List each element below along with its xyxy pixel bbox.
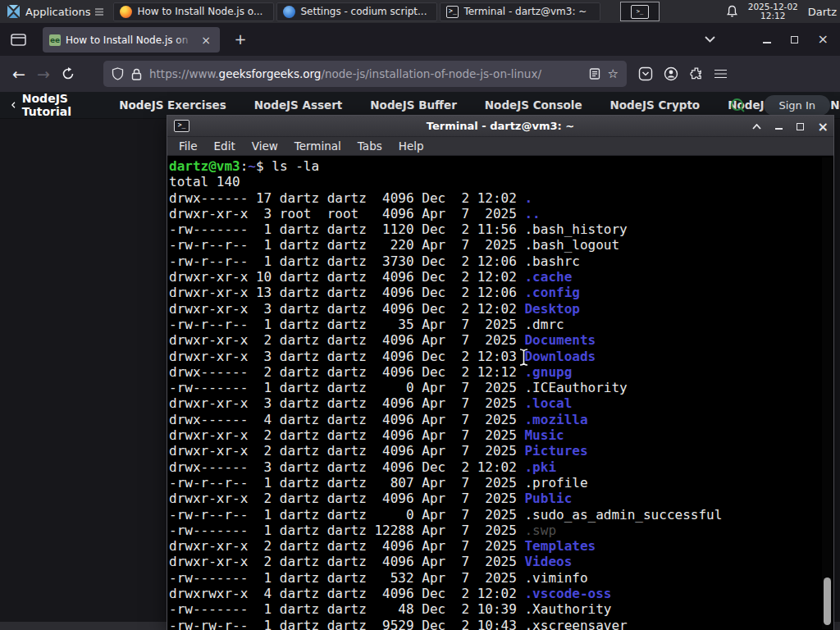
terminal-output-line: drwxr-xr-x 13 dartz dartz 4096 Dec 2 12:… [169,285,833,300]
file-name: .viminfo [524,570,587,586]
firefox-view-button[interactable] [8,30,28,48]
back-button[interactable]: ← [7,62,31,86]
file-name: Music [524,427,564,443]
terminal-prompt-line: dartz@vm3:~$ ls -la [169,158,833,174]
top-panel: Applications How to Install Node.js o...… [0,0,840,23]
terminal-output-line: -rw-r--r-- 1 dartz dartz 35 Apr 7 2025 .… [169,317,833,332]
applications-menu-button[interactable]: Applications [0,0,110,23]
file-name: Pictures [524,443,587,459]
terminal-output-line: drwxr-xr-x 2 dartz dartz 4096 Apr 7 2025… [169,443,833,459]
sign-in-button[interactable]: Sign In [764,95,830,116]
extensions-puzzle-icon[interactable] [689,66,704,81]
terminal-output-line: drwxr-xr-x 2 dartz dartz 4096 Apr 7 2025… [169,332,833,348]
distro-logo-icon [7,5,21,18]
terminal-menu-item[interactable]: File [171,139,206,153]
file-name: .profile [524,475,587,491]
notification-bell-icon[interactable] [726,5,738,18]
forward-button[interactable]: → [31,62,56,86]
sitenav-back-link[interactable]: NodeJS Tutorial [11,92,75,118]
terminal-menu-item[interactable]: Edit [206,139,244,153]
terminal-maximize-button[interactable] [797,123,804,130]
terminal-minimize-button[interactable] [775,123,783,130]
panel-clock[interactable]: 2025-12-02 12:12 [748,2,798,21]
maximize-button[interactable] [791,36,798,43]
terminal-close-button[interactable]: × [818,121,829,132]
terminal-titlebar[interactable]: >_ Terminal - dartz@vm3: ~ × [167,116,833,137]
terminal-output-line: drwxr-xr-x 3 dartz dartz 4096 Dec 2 12:0… [169,349,833,364]
bookmark-star-icon[interactable]: ☆ [608,66,619,81]
app-menu-icon[interactable] [714,70,727,79]
file-name: .bashrc [524,253,579,269]
taskbar-window-label: How to Install Node.js o... [137,6,262,17]
reader-view-icon[interactable] [589,68,600,80]
window-controls: × [763,34,829,45]
sitenav-item[interactable]: NodeJS Console [485,98,582,112]
workspace-switcher[interactable]: >_ [620,2,660,21]
pocket-save-icon[interactable] [638,66,653,81]
line-columns: drwxr-xr-x 3 dartz dartz 4096 Dec 2 12:0… [169,301,524,317]
close-button[interactable]: × [818,34,829,45]
sitenav-item[interactable]: NodeJS Exercises [119,98,226,112]
file-name: .cache [524,269,572,285]
terminal-window-title: Terminal - dartz@vm3: ~ [167,120,833,132]
taskbar-window-button[interactable]: Settings - codium script... [276,2,437,21]
terminal-output-line: -rw------- 1 dartz dartz 1120 Dec 2 11:5… [169,221,833,237]
line-columns: drwxr-xr-x 2 dartz dartz 4096 Apr 7 2025 [169,443,524,459]
workspace-terminal-thumbnail: >_ [631,5,649,19]
toolbar-right-icons [638,66,727,81]
terminal-output-line: -rw-r--r-- 1 dartz dartz 0 Apr 7 2025 .s… [169,507,833,523]
url-bar[interactable]: https://www.geeksforgeeks.org/node-js/in… [103,61,627,87]
lock-icon[interactable] [131,68,142,80]
tab-title: How to Install Node.js on [66,34,194,46]
line-columns: drwxr-xr-x 2 dartz dartz 4096 Apr 7 2025 [169,554,524,569]
sitenav-item[interactable]: NodeJS Crypto [610,98,701,112]
shade-chevron-up-icon[interactable] [752,124,761,130]
terminal-output-line: drwx------ 17 dartz dartz 4096 Dec 2 12:… [169,190,833,206]
sitenav-item[interactable]: NodeJS Assert [254,98,343,112]
file-name: .config [524,285,579,300]
file-name: .pki [524,459,556,475]
sitenav-item[interactable]: NodeJS Buffer [370,98,457,112]
file-name: .dmrc [524,317,564,332]
file-name: .bash_history [524,221,627,237]
file-name: .xscreensaver [524,618,627,630]
taskbar-window-button[interactable]: How to Install Node.js o... [113,2,274,21]
terminal-menu-item[interactable]: Tabs [349,139,390,153]
minimize-button[interactable] [763,36,771,43]
url-text[interactable]: https://www.geeksforgeeks.org/node-js/in… [149,67,582,80]
url-scheme: https://www. [149,67,219,80]
reload-button[interactable] [56,62,80,86]
line-columns: drwxr-xr-x 13 dartz dartz 4096 Dec 2 12:… [169,285,524,300]
search-icon[interactable] [730,98,746,113]
account-icon[interactable] [664,66,678,81]
terminal-menu-item[interactable]: View [244,139,286,153]
tab-close-icon[interactable]: × [199,34,213,47]
terminal-scrollbar-thumb[interactable] [824,578,831,625]
terminal-output-line: drwxr-xr-x 3 dartz dartz 4096 Dec 2 12:0… [169,301,833,317]
terminal-window-icon: >_ [174,120,189,132]
new-tab-button[interactable]: + [230,30,251,49]
terminal-content[interactable]: dartz@vm3:~$ ls -la total 140 drwx------… [167,157,833,630]
line-columns: drwx------ 17 dartz dartz 4096 Dec 2 12:… [169,190,524,206]
terminal-output-line: drwx------ 2 dartz dartz 4096 Dec 2 12:1… [169,364,833,380]
line-columns: drwxr-xr-x 3 dartz dartz 4096 Dec 2 12:0… [169,349,524,364]
terminal-output-line: -rw-rw-r-- 1 dartz dartz 9529 Dec 2 10:4… [169,618,833,630]
browser-tab-bar: ee How to Install Node.js on × + × [0,23,840,56]
line-columns: -rw------- 1 dartz dartz 0 Apr 7 2025 [169,380,524,395]
terminal-output-line: -rw-r--r-- 1 dartz dartz 807 Apr 7 2025 … [169,475,833,491]
terminal-scrollbar[interactable] [822,158,833,629]
line-columns: -rw------- 1 dartz dartz 12288 Apr 7 202… [169,523,524,538]
sitenav-item[interactable]: Node [830,98,840,112]
terminal-menu-item[interactable]: Terminal [286,139,349,153]
terminal-output-line: -rw-r--r-- 1 dartz dartz 3730 Dec 2 12:0… [169,253,833,269]
browser-navigation-bar: ← → https://www.geeksforgeeks.org/node-j… [0,56,840,92]
sitenav-right: Sign In [730,95,830,116]
list-all-tabs-button[interactable] [705,36,715,43]
panel-user-label[interactable]: Dartz [808,6,837,18]
tracking-shield-icon[interactable] [112,67,124,80]
terminal-menu-item[interactable]: Help [390,139,432,153]
url-domain: geeksforgeeks.org [219,67,322,80]
file-name: Videos [524,554,572,569]
taskbar-window-button[interactable]: >_ Terminal - dartz@vm3: ~ [440,2,600,21]
browser-tab-active[interactable]: ee How to Install Node.js on × [43,27,220,52]
